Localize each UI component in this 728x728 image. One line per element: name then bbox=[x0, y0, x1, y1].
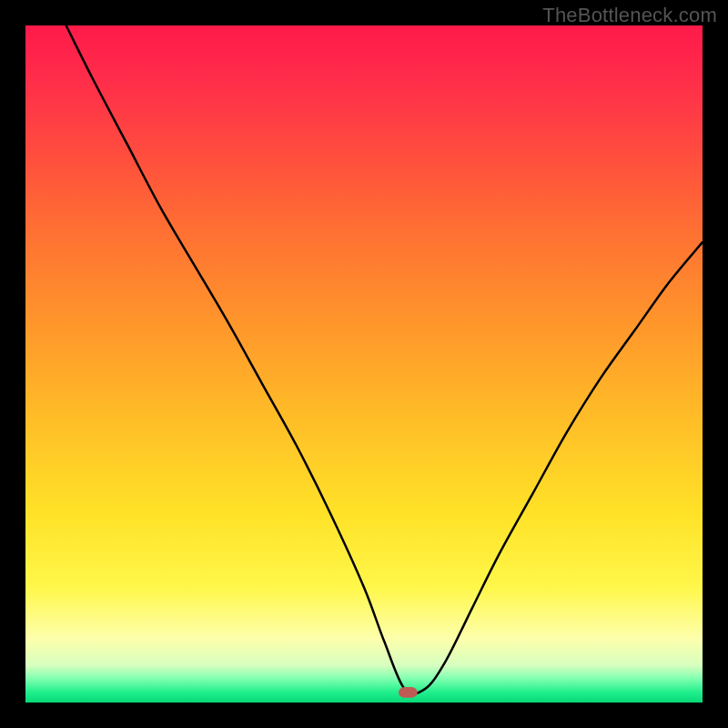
chart-frame: TheBottleneck.com bbox=[0, 0, 728, 728]
marker-dot bbox=[25, 25, 703, 703]
plot-area bbox=[25, 25, 703, 703]
svg-rect-1 bbox=[399, 687, 418, 698]
watermark-text: TheBottleneck.com bbox=[542, 4, 717, 27]
